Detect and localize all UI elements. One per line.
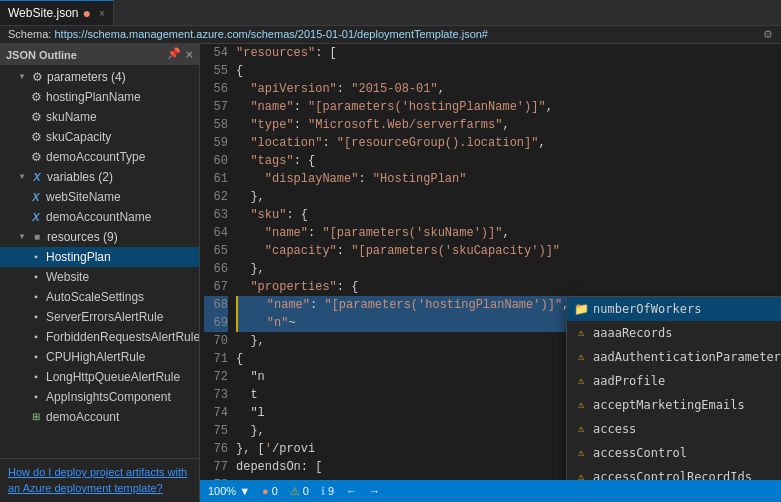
sidebar-item-AutoScaleSettings[interactable]: ▪ AutoScaleSettings [0,287,199,307]
sidebar-item-label: demoAccountName [46,208,151,226]
ac-label: accessControl [593,443,687,463]
sidebar-item-hostingPlanName[interactable]: ⚙ hostingPlanName [0,87,199,107]
code-line: "apiVersion": "2015-08-01", [236,80,761,98]
sidebar-item-variables[interactable]: ▼ X variables (2) [0,167,199,187]
sidebar-item-demoAccountName-var[interactable]: X demoAccountName [0,207,199,227]
error-icon: ● [262,485,269,497]
status-info[interactable]: ℹ 9 [321,485,334,498]
status-nav-back[interactable]: ← [346,485,357,497]
resource-icon: ■ [29,229,45,245]
ac-folder-icon: 📁 [573,301,589,317]
warning-icon: ⚠ [573,397,589,413]
sidebar-item-label: CPUHighAlertRule [46,348,145,366]
code-line: "displayName": "HostingPlan" [236,170,761,188]
sidebar-item-label: parameters (4) [47,68,126,86]
status-zoom[interactable]: 100% ▼ [208,485,250,497]
autocomplete-item-aadProfile[interactable]: ⚠ aadProfile [567,369,781,393]
sidebar-item-label: resources (9) [47,228,118,246]
code-line: "resources": [ [236,44,761,62]
code-line: "location": "[resourceGroup().location]"… [236,134,761,152]
sidebar-item-label: skuCapacity [46,128,111,146]
code-line: "type": "Microsoft.Web/serverfarms", [236,116,761,134]
storage-icon: ⊞ [28,409,44,425]
sidebar-item-skuCapacity[interactable]: ⚙ skuCapacity [0,127,199,147]
resource-icon: ▪ [28,369,44,385]
sidebar-item-ForbiddenRequestsAlertRule[interactable]: ▪ ForbiddenRequestsAlertRule [0,327,199,347]
sidebar-item-AppInsightsComponent[interactable]: ▪ AppInsightsComponent [0,387,199,407]
sidebar-item-label: HostingPlan [46,248,111,266]
sidebar-item-demoAccountType[interactable]: ⚙ demoAccountType [0,147,199,167]
autocomplete-item-aaaaRecords[interactable]: ⚠ aaaaRecords [567,321,781,345]
sidebar-item-label: AutoScaleSettings [46,288,144,306]
gear-icon: ⚙ [28,129,44,145]
status-warnings[interactable]: ⚠ 0 [290,485,309,498]
schema-value: https://schema.management.azure.com/sche… [54,28,488,40]
code-line: { [236,62,761,80]
sidebar-title: JSON Outline [6,49,77,61]
warning-icon: ⚠ [573,445,589,461]
status-nav-forward[interactable]: → [369,485,380,497]
sidebar-item-label: webSiteName [46,188,121,206]
nav-back-icon: ← [346,485,357,497]
sidebar-header: JSON Outline 📌 × [0,44,199,65]
sidebar-item-Website[interactable]: ▪ Website [0,267,199,287]
resource-icon: ▪ [28,289,44,305]
sidebar-item-skuName[interactable]: ⚙ skuName [0,107,199,127]
resource-icon: ▪ [28,309,44,325]
x-icon: X [29,169,45,185]
sidebar-item-webSiteName[interactable]: X webSiteName [0,187,199,207]
resource-icon: ▪ [28,329,44,345]
status-errors[interactable]: ● 0 [262,485,278,497]
code-line: "name": "[parameters('skuName')]", [236,224,761,242]
autocomplete-dropdown: 📁 numberOfWorkers ⚠ aaaaRecords ⚠ aadAut… [566,296,781,480]
expand-arrow: ▼ [16,231,28,243]
autocomplete-item-access[interactable]: ⚠ access [567,417,781,441]
editor-content[interactable]: 5455565758 5960616263 64656667 68 69 707… [200,44,781,480]
ac-label: acceptMarketingEmails [593,395,745,415]
resource-icon: ▪ [28,269,44,285]
expand-arrow: ▼ [16,71,28,83]
line-numbers: 5455565758 5960616263 64656667 68 69 707… [200,44,236,480]
autocomplete-item-numberOfWorkers[interactable]: 📁 numberOfWorkers [567,297,781,321]
help-link[interactable]: How do I deploy project artifacts with a… [0,458,199,502]
sidebar-item-resources[interactable]: ▼ ■ resources (9) [0,227,199,247]
schema-label: Schema: [8,28,54,40]
tab-close-button[interactable]: × [99,8,105,19]
sidebar-item-label: AppInsightsComponent [46,388,171,406]
editor-area: 5455565758 5960616263 64656667 68 69 707… [200,44,781,502]
autocomplete-item-accessControlRecordIds[interactable]: ⚠ accessControlRecordIds [567,465,781,480]
sidebar-item-label: demoAccountType [46,148,145,166]
sidebar-item-label: ServerErrorsAlertRule [46,308,163,326]
expand-arrow: ▼ [16,171,28,183]
tab-modified-dot: ● [82,5,90,21]
schema-settings-icon[interactable]: ⚙ [763,28,773,41]
code-line: "name": "[parameters('hostingPlanName')]… [236,98,761,116]
sidebar-item-HostingPlan[interactable]: ▪ HostingPlan [0,247,199,267]
code-line: "tags": { [236,152,761,170]
sidebar-tree: ▼ ⚙ parameters (4) ⚙ hostingPlanName ⚙ s… [0,65,199,458]
code-line: "capacity": "[parameters('skuCapacity')]… [236,242,761,260]
autocomplete-item-aadAuthenticationParameters[interactable]: ⚠ aadAuthenticationParameters [567,345,781,369]
autocomplete-item-acceptMarketingEmails[interactable]: ⚠ acceptMarketingEmails [567,393,781,417]
sidebar-item-parameters[interactable]: ▼ ⚙ parameters (4) [0,67,199,87]
sidebar-item-CPUHighAlertRule[interactable]: ▪ CPUHighAlertRule [0,347,199,367]
sidebar-item-LongHttpQueueAlertRule[interactable]: ▪ LongHttpQueueAlertRule [0,367,199,387]
tab-website-json[interactable]: WebSite.json ● × [0,0,114,25]
sidebar-item-demoAccount[interactable]: ⊞ demoAccount [0,407,199,427]
schema-bar: Schema: https://schema.management.azure.… [0,26,781,44]
json-outline-sidebar: JSON Outline 📌 × ▼ ⚙ parameters (4) ⚙ ho… [0,44,200,502]
sidebar-close-icon[interactable]: × [185,47,193,62]
info-count: 9 [328,485,334,497]
tab-bar: WebSite.json ● × [0,0,781,26]
sidebar-header-icons: 📌 × [167,47,193,62]
error-count: 0 [272,485,278,497]
main-area: JSON Outline 📌 × ▼ ⚙ parameters (4) ⚙ ho… [0,44,781,502]
sidebar-item-ServerErrorsAlertRule[interactable]: ▪ ServerErrorsAlertRule [0,307,199,327]
ac-label: numberOfWorkers [593,299,701,319]
warning-icon: ⚠ [573,421,589,437]
nav-forward-icon: → [369,485,380,497]
pin-icon[interactable]: 📌 [167,47,181,62]
info-icon: ℹ [321,485,325,498]
autocomplete-item-accessControl[interactable]: ⚠ accessControl [567,441,781,465]
gear-icon: ⚙ [29,69,45,85]
